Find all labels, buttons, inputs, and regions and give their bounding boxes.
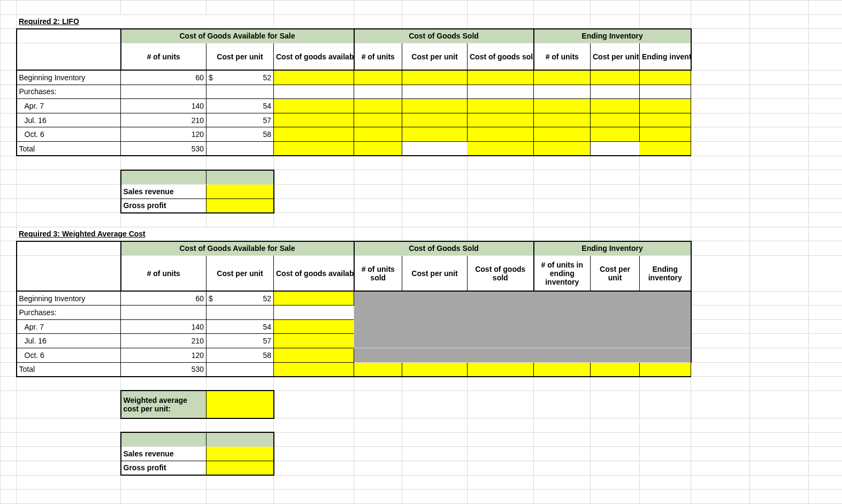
sub-cogafs-val: Cost of goods available for sale: [274, 43, 354, 70]
hdr-ei: Ending Inventory: [534, 29, 691, 43]
row-jul16-units[interactable]: 210: [121, 113, 206, 127]
section-title-lifo: Required 2: LIFO: [17, 14, 274, 29]
row3-begin-units[interactable]: 60: [121, 291, 206, 306]
sub-cpu3: Cost per unit: [591, 43, 640, 70]
row3-total-label: Total: [17, 362, 121, 377]
hdr-cogafs: Cost of Goods Available for Sale: [121, 29, 354, 43]
row-begin-cogs-units[interactable]: [354, 70, 402, 85]
row-oct6-units[interactable]: 120: [121, 127, 206, 142]
spreadsheet-grid[interactable]: Required 2: LIFO Cost of Goods Available…: [0, 0, 842, 504]
sales-revenue-value-3[interactable]: [206, 447, 274, 461]
sub3-units-sold: # of units sold: [354, 256, 402, 292]
row-begin-label: Beginning Inventory: [17, 70, 121, 85]
sub3-cpu: Cost per unit: [206, 256, 274, 292]
row-apr7-label: Apr. 7: [17, 99, 121, 113]
wac-label: Weighted average cost per unit:: [121, 391, 206, 418]
sales-revenue-label: Sales revenue: [121, 184, 206, 198]
row3-apr7-label: Apr. 7: [17, 319, 121, 334]
row-begin-cogs-cpu[interactable]: [402, 70, 468, 85]
hdr3-cogs: Cost of Goods Sold: [354, 241, 534, 256]
row-begin-units[interactable]: 60: [121, 70, 206, 85]
sub-cpu: Cost per unit: [206, 43, 274, 70]
row3-purch-label: Purchases:: [17, 306, 121, 320]
row3-jul16-label: Jul. 16: [17, 334, 121, 348]
row-oct6-cpu[interactable]: 58: [206, 127, 274, 142]
revbox-hdr2: [206, 170, 274, 185]
sub3-units-ei: # of units in ending inventory: [534, 256, 591, 292]
row-jul16-label: Jul. 16: [17, 113, 121, 127]
row3-begin-label: Beginning Inventory: [17, 291, 121, 306]
gross-profit-value[interactable]: [206, 198, 274, 213]
sub3-ei-val: Ending inventory: [640, 256, 691, 292]
row-oct6-label: Oct. 6: [17, 127, 121, 142]
hdr3-ei: Ending Inventory: [534, 241, 691, 256]
wac-value[interactable]: [206, 391, 274, 418]
gross-profit-value-3[interactable]: [206, 461, 274, 475]
sales-revenue-label-3: Sales revenue: [121, 447, 206, 461]
row-apr7-cpu[interactable]: 54: [206, 99, 274, 113]
sub-units2: # of units: [354, 43, 402, 70]
row-begin-cogafs[interactable]: [274, 70, 354, 85]
row-begin-cpu[interactable]: $52: [206, 70, 274, 85]
sub-cogs-val: Cost of goods sold: [468, 43, 534, 70]
row-purchases-label: Purchases:: [17, 85, 121, 99]
row3-begin-cpu[interactable]: $52: [206, 291, 274, 306]
row-begin-ei-units[interactable]: [534, 70, 591, 85]
row-total-units[interactable]: 530: [121, 142, 206, 156]
sub3-units: # of units: [121, 256, 206, 292]
sub3-cogafs-val: Cost of goods available for sale: [274, 256, 354, 292]
sub-cpu2: Cost per unit: [402, 43, 468, 70]
sub3-cogs-val: Cost of goods sold: [468, 256, 534, 292]
row-begin-ei-cpu[interactable]: [591, 70, 640, 85]
section-title-wac: Required 3: Weighted Average Cost: [17, 227, 354, 241]
row3-oct6-label: Oct. 6: [17, 348, 121, 363]
gross-profit-label: Gross profit: [121, 198, 206, 213]
sub-units3: # of units: [534, 43, 591, 70]
grey-block: [354, 291, 691, 348]
row-jul16-cpu[interactable]: 57: [206, 113, 274, 127]
hdr-cogs: Cost of Goods Sold: [354, 29, 534, 43]
row-apr7-units[interactable]: 140: [121, 99, 206, 113]
row-total-label: Total: [17, 142, 121, 156]
sub3-cpu3: Cost per unit: [591, 256, 640, 292]
row-begin-ei-val[interactable]: [640, 70, 691, 85]
gross-profit-label-3: Gross profit: [121, 461, 206, 475]
hdr3-cogafs: Cost of Goods Available for Sale: [121, 241, 354, 256]
sales-revenue-value[interactable]: [206, 184, 274, 198]
sub3-cpu2: Cost per unit: [402, 256, 468, 292]
revbox-hdr1: [121, 170, 206, 185]
row-begin-cogs-val[interactable]: [468, 70, 534, 85]
sub-units: # of units: [121, 43, 206, 70]
sub-ei-val: Ending inventory: [640, 43, 691, 70]
